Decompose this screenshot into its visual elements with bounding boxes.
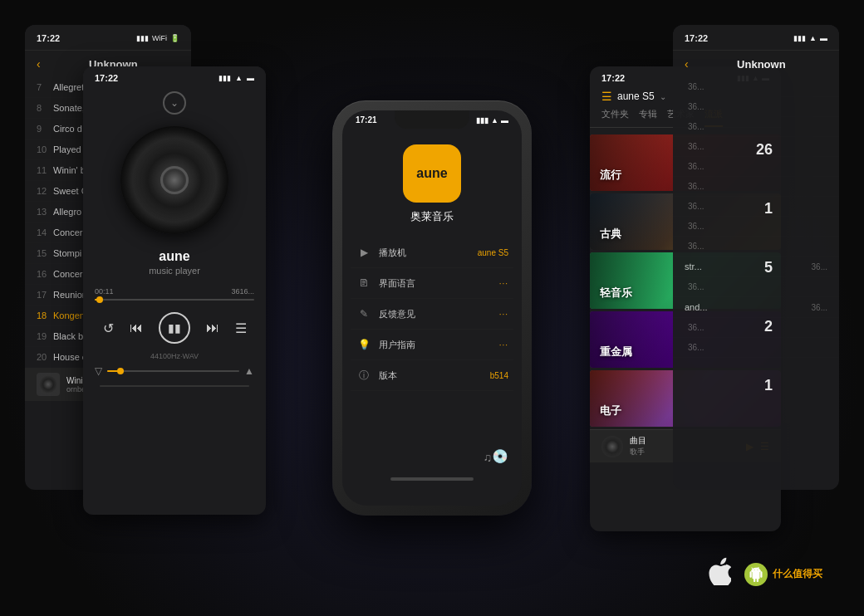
android-icon: [744, 563, 768, 586]
app-name: 奥莱音乐: [410, 209, 454, 224]
play-pause-button[interactable]: ▮▮: [159, 312, 190, 344]
volume-high-icon: ▲: [244, 365, 254, 377]
menu-item-guide[interactable]: 💡 用户指南 ···: [351, 330, 513, 360]
genre-label-zhongjinshu: 重金属: [590, 345, 632, 368]
apple-icon: [708, 557, 731, 585]
genre-label-dianzi: 电子: [590, 403, 621, 427]
disc-container: [83, 118, 266, 246]
list-item[interactable]: 36...: [673, 277, 839, 297]
right-back-header: 17:22 ▮▮▮ ▲ ▬: [673, 25, 839, 51]
signal-icon: ▮▮▮: [793, 34, 806, 42]
tab-album[interactable]: 专辑: [639, 108, 657, 127]
playlist-button[interactable]: ☰: [235, 320, 247, 336]
progress-current: 00:11: [95, 287, 114, 296]
menu-item-lang[interactable]: 🖹 界面语言 ···: [351, 268, 513, 299]
right-back-panel: 17:22 ▮▮▮ ▲ ▬ ‹ Unknown 36... 36... 36..…: [673, 25, 839, 490]
list-item[interactable]: 36...: [673, 157, 839, 177]
disc-icon: [39, 375, 57, 394]
expand-icon[interactable]: ⌄: [163, 91, 186, 115]
signal-icon: ▮▮▮: [136, 34, 149, 42]
list-item[interactable]: 36...: [673, 77, 839, 97]
left-back-status: ▮▮▮ WiFi 🔋: [136, 34, 179, 42]
list-item[interactable]: str...36...: [673, 257, 839, 277]
battery-icon: ▬: [501, 116, 508, 125]
battery-icon: ▬: [247, 74, 254, 82]
genre-count-liuxing: 26: [756, 141, 773, 159]
mini-progress-indicator: [100, 385, 249, 387]
menu-item-player[interactable]: ▶ 播放机 aune S5: [351, 237, 513, 268]
format-label: 44100Hz·WAV: [83, 352, 266, 365]
volume-fill: [107, 370, 120, 372]
repeat-button[interactable]: ↺: [103, 320, 114, 336]
list-item[interactable]: 36...: [673, 197, 839, 217]
left-back-header: 17:22 ▮▮▮ WiFi 🔋: [25, 25, 191, 51]
list-item[interactable]: 36...: [673, 117, 839, 137]
progress-labels: 00:11 3616...: [95, 287, 254, 296]
home-indicator: [390, 477, 474, 481]
bottom-logos: 什么值得买: [708, 557, 822, 591]
volume-thumb: [117, 368, 124, 374]
right-back-status: ▮▮▮ ▲ ▬: [793, 34, 827, 42]
progress-total: 3616...: [231, 287, 254, 296]
genre-label-gudian: 古典: [590, 227, 621, 250]
right-back-title-row: ‹ Unknown: [673, 51, 839, 77]
right-back-title: Unknown: [695, 58, 827, 71]
menu-value-player: aune S5: [478, 248, 508, 257]
list-item[interactable]: 36...: [673, 338, 839, 358]
player-panel: 17:22 ▮▮▮ ▲ ▬ ⌄ aune music player 00:11 …: [83, 66, 266, 515]
menu-label-guide: 用户指南: [379, 339, 499, 351]
phone-outer: 17:21 ▮▮▮ ▲ ▬ aune 奥莱音乐 ▶ 播放机 aune S5: [332, 100, 532, 516]
help-icon: 💡: [356, 336, 372, 353]
right-back-tracklist: 36... 36... 36... 36... 36... 36... 36..…: [673, 77, 839, 358]
menu-dots-guide: ···: [499, 340, 508, 350]
badge-text: 什么值得买: [773, 567, 822, 581]
wifi-icon: ▲: [491, 116, 498, 125]
signal-icon: ▮▮▮: [218, 74, 231, 82]
phone-notch: [395, 110, 469, 129]
progress-bar[interactable]: [95, 299, 254, 301]
battery-icon: ▬: [820, 34, 827, 42]
rf-mini-disc: [601, 436, 623, 457]
phone-status-icons: ▮▮▮ ▲ ▬: [476, 116, 508, 125]
tab-folder[interactable]: 文件夹: [601, 108, 629, 127]
volume-bar[interactable]: [107, 370, 239, 372]
hamburger-icon[interactable]: ☰: [601, 90, 612, 103]
zhide-title: 什么值得买: [773, 567, 822, 581]
list-item[interactable]: and...36...: [673, 297, 839, 318]
back-arrow-icon[interactable]: ‹: [685, 57, 689, 71]
phone-screen: 17:21 ▮▮▮ ▲ ▬ aune 奥莱音乐 ▶ 播放机 aune S5: [342, 110, 522, 506]
menu-label-lang: 界面语言: [379, 277, 499, 290]
settings-menu: ▶ 播放机 aune S5 🖹 界面语言 ··· ✎ 反馈意见 ··· 💡 用户…: [342, 237, 522, 391]
disc-icon-bottom[interactable]: 💿: [492, 448, 508, 464]
player-status-bar: 17:22 ▮▮▮ ▲ ▬: [83, 66, 266, 86]
player-time: 17:22: [95, 73, 118, 83]
android-badge: 什么值得买: [744, 563, 822, 586]
list-item[interactable]: 36...: [673, 97, 839, 117]
menu-label-version: 版本: [379, 369, 490, 382]
left-back-time: 17:22: [37, 33, 60, 43]
menu-item-feedback[interactable]: ✎ 反馈意见 ···: [351, 299, 513, 330]
device-name: aune S5: [617, 90, 655, 102]
progress-section[interactable]: 00:11 3616...: [83, 279, 266, 304]
menu-value-version: b514: [490, 371, 508, 380]
robot-icon: [749, 567, 763, 582]
menu-item-version[interactable]: ⓘ 版本 b514: [351, 360, 513, 391]
list-item[interactable]: 36...: [673, 217, 839, 237]
genre-label-liuxing: 流行: [590, 168, 621, 191]
pause-icon: ▮▮: [168, 321, 181, 335]
list-item[interactable]: 36...: [673, 318, 839, 338]
back-arrow-icon[interactable]: ‹: [37, 57, 41, 71]
expand-button-area[interactable]: ⌄: [83, 86, 266, 118]
right-back-time: 17:22: [685, 33, 708, 43]
list-item[interactable]: 36...: [673, 177, 839, 197]
prev-button[interactable]: ⏮: [130, 320, 143, 335]
progress-fill: [95, 299, 100, 301]
chevron-down-icon: ⌄: [170, 97, 179, 109]
wifi-icon: ▲: [235, 74, 243, 82]
list-item[interactable]: 36...: [673, 237, 839, 257]
next-button[interactable]: ⏭: [206, 320, 219, 335]
music-icon-bottom[interactable]: ♫: [484, 451, 493, 464]
wifi-icon: WiFi: [152, 34, 167, 42]
genre-count-zhongjinshu: 2: [764, 318, 773, 335]
volume-row: ▽ ▲: [83, 365, 266, 385]
